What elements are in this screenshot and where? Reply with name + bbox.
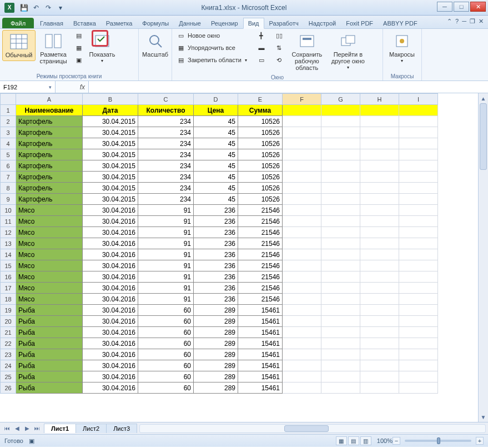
cell[interactable]: Цена <box>194 105 238 116</box>
cell[interactable]: 30.04.2016 <box>83 327 138 338</box>
cell[interactable]: 91 <box>138 227 194 238</box>
cell[interactable]: 21546 <box>238 294 283 305</box>
cell[interactable]: Картофель <box>16 194 83 205</box>
cell[interactable]: 30.04.2016 <box>83 316 138 327</box>
hscroll-thumb[interactable] <box>284 425 329 432</box>
cell[interactable]: 289 <box>194 338 238 349</box>
row-header[interactable]: 3 <box>1 127 16 138</box>
cell[interactable] <box>360 271 399 283</box>
cell[interactable] <box>283 316 321 327</box>
cell[interactable]: 91 <box>138 283 194 294</box>
page-break-preview-button[interactable]: ▤ <box>72 30 85 41</box>
cell[interactable]: 30.04.2015 <box>83 172 138 183</box>
cell[interactable] <box>283 327 321 338</box>
row-header[interactable]: 15 <box>1 260 16 271</box>
cell[interactable]: 30.04.2015 <box>83 116 138 127</box>
cell[interactable] <box>283 205 321 216</box>
cell[interactable]: 60 <box>138 371 194 382</box>
zoom-in-button[interactable]: + <box>476 437 484 445</box>
cell[interactable]: Рыба <box>16 316 83 327</box>
cell[interactable]: Мясо <box>16 216 83 227</box>
sheet-first-icon[interactable]: ⏮ <box>2 424 12 434</box>
cell[interactable]: Картофель <box>16 160 83 172</box>
cell[interactable]: 30.04.2015 <box>83 160 138 172</box>
sheet-tab[interactable]: Лист3 <box>106 424 137 433</box>
cell[interactable]: 30.04.2016 <box>83 294 138 305</box>
cell[interactable]: 289 <box>194 316 238 327</box>
qat-customize-icon[interactable]: ▾ <box>56 3 66 13</box>
cell[interactable]: 21546 <box>238 227 283 238</box>
row-header[interactable]: 17 <box>1 283 16 294</box>
workbook-minimize-icon[interactable]: ─ <box>462 18 466 25</box>
tab-file[interactable]: Файл <box>2 18 34 28</box>
cell[interactable] <box>321 249 360 260</box>
cell[interactable] <box>321 105 360 116</box>
cell[interactable] <box>283 127 321 138</box>
cell[interactable] <box>321 138 360 149</box>
custom-views-button[interactable]: ▦ <box>72 42 85 53</box>
cell[interactable]: 234 <box>138 127 194 138</box>
cell[interactable]: 30.04.2015 <box>83 127 138 138</box>
cell[interactable]: 91 <box>138 271 194 283</box>
cell[interactable]: Рыба <box>16 305 83 316</box>
cell[interactable] <box>360 338 399 349</box>
tab-вставка[interactable]: Вставка <box>68 18 101 28</box>
zoom-level[interactable]: 100% <box>377 437 393 444</box>
close-button[interactable]: ✕ <box>470 2 486 12</box>
zoom-thumb[interactable] <box>437 437 440 444</box>
tab-abbyy pdf[interactable]: ABBYY PDF <box>378 18 422 28</box>
cell[interactable]: Сумма <box>238 105 283 116</box>
cell[interactable] <box>399 238 438 249</box>
cell[interactable] <box>283 371 321 382</box>
cell[interactable] <box>283 138 321 149</box>
cell[interactable]: 60 <box>138 305 194 316</box>
cell[interactable] <box>283 338 321 349</box>
cell[interactable] <box>283 260 321 271</box>
cell[interactable]: 91 <box>138 216 194 227</box>
row-header[interactable]: 10 <box>1 205 16 216</box>
cell[interactable]: 289 <box>194 382 238 394</box>
cell[interactable] <box>321 360 360 371</box>
cell[interactable]: 60 <box>138 382 194 394</box>
cell[interactable] <box>283 116 321 127</box>
cell[interactable]: 234 <box>138 116 194 127</box>
cell[interactable]: 30.04.2015 <box>83 194 138 205</box>
cell[interactable] <box>399 194 438 205</box>
cell[interactable]: Картофель <box>16 138 83 149</box>
cell[interactable] <box>283 172 321 183</box>
cell[interactable] <box>283 283 321 294</box>
cell[interactable] <box>360 316 399 327</box>
page-layout-view-button[interactable]: Разметка страницы <box>37 30 70 67</box>
cell[interactable]: 15461 <box>238 371 283 382</box>
cell[interactable] <box>399 227 438 238</box>
cell[interactable]: 234 <box>138 149 194 160</box>
zoom-out-button[interactable]: − <box>393 437 400 445</box>
cell[interactable]: Рыба <box>16 371 83 382</box>
cell[interactable] <box>283 349 321 360</box>
row-header[interactable]: 12 <box>1 227 16 238</box>
cell[interactable]: Картофель <box>16 183 83 194</box>
redo-icon[interactable]: ↷ <box>43 3 53 13</box>
minimize-ribbon-icon[interactable]: ⌃ <box>447 18 452 25</box>
select-all-corner[interactable] <box>1 94 16 105</box>
cell[interactable] <box>321 149 360 160</box>
cell[interactable] <box>283 249 321 260</box>
cell[interactable]: 21546 <box>238 283 283 294</box>
unhide-button[interactable]: ▭ <box>255 54 268 66</box>
row-header[interactable]: 16 <box>1 271 16 283</box>
cell[interactable] <box>283 149 321 160</box>
cell[interactable] <box>399 138 438 149</box>
page-layout-icon[interactable]: ▤ <box>348 436 359 445</box>
split-button[interactable]: ╋ <box>255 30 268 41</box>
spreadsheet-grid[interactable]: ABCDEFGHI 1НаименованиеДатаКоличествоЦен… <box>0 93 438 394</box>
cell[interactable]: 30.04.2016 <box>83 271 138 283</box>
cell[interactable]: 45 <box>194 194 238 205</box>
cell[interactable]: 10526 <box>238 127 283 138</box>
cell[interactable] <box>360 283 399 294</box>
cell[interactable]: 60 <box>138 349 194 360</box>
cell[interactable]: 289 <box>194 349 238 360</box>
cell[interactable] <box>399 249 438 260</box>
cell[interactable] <box>399 283 438 294</box>
cell[interactable] <box>360 205 399 216</box>
cell[interactable] <box>399 316 438 327</box>
